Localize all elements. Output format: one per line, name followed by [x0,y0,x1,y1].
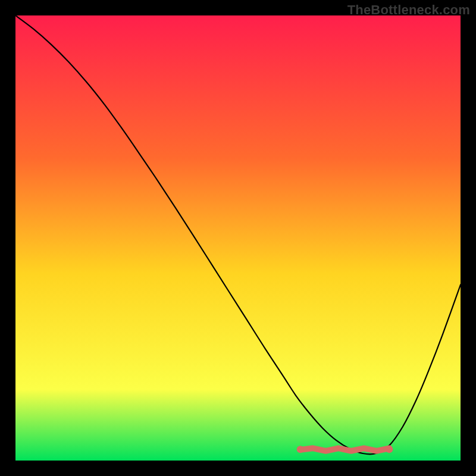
svg-point-1 [386,446,393,453]
gradient-background [15,15,461,461]
plot-area [15,15,461,461]
bottleneck-chart [15,15,461,461]
svg-point-0 [297,446,304,453]
watermark-text: TheBottleneck.com [347,2,470,18]
chart-frame: TheBottleneck.com [0,0,476,476]
